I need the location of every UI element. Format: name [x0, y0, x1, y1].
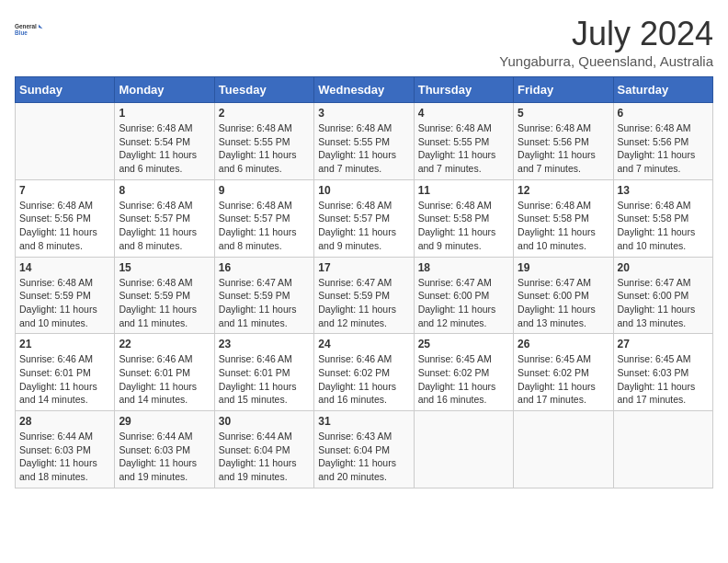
calendar-cell: 29Sunrise: 6:44 AMSunset: 6:03 PMDayligh…	[115, 411, 214, 488]
day-info: Sunrise: 6:46 AMSunset: 6:01 PMDaylight:…	[19, 352, 110, 407]
calendar-week-row: 7Sunrise: 6:48 AMSunset: 5:56 PMDaylight…	[16, 179, 713, 257]
calendar-cell	[16, 103, 115, 180]
calendar-cell	[414, 411, 513, 488]
weekday-header: Thursday	[414, 77, 513, 103]
day-info: Sunrise: 6:48 AMSunset: 5:59 PMDaylight:…	[19, 276, 110, 330]
location-title: Yungaburra, Queensland, Australia	[499, 53, 713, 69]
calendar-cell: 15Sunrise: 6:48 AMSunset: 5:59 PMDayligh…	[115, 257, 214, 334]
calendar-cell: 31Sunrise: 6:43 AMSunset: 6:04 PMDayligh…	[314, 411, 414, 488]
day-number: 13	[618, 184, 709, 197]
day-number: 24	[318, 338, 409, 350]
day-number: 31	[318, 415, 409, 428]
weekday-header: Saturday	[613, 77, 712, 103]
day-number: 27	[618, 338, 709, 350]
day-number: 20	[618, 261, 709, 274]
day-number: 10	[318, 184, 409, 197]
calendar-cell: 12Sunrise: 6:48 AMSunset: 5:58 PMDayligh…	[514, 179, 613, 257]
day-info: Sunrise: 6:48 AMSunset: 5:56 PMDaylight:…	[518, 121, 609, 176]
day-info: Sunrise: 6:46 AMSunset: 6:01 PMDaylight:…	[119, 352, 210, 407]
calendar-cell	[514, 411, 613, 488]
logo: GeneralBlue	[15, 15, 44, 44]
calendar-cell: 3Sunrise: 6:48 AMSunset: 5:55 PMDaylight…	[314, 103, 414, 180]
calendar-cell: 13Sunrise: 6:48 AMSunset: 5:58 PMDayligh…	[613, 179, 712, 257]
day-info: Sunrise: 6:44 AMSunset: 6:04 PMDaylight:…	[219, 430, 310, 484]
day-number: 1	[119, 107, 210, 120]
calendar-week-row: 28Sunrise: 6:44 AMSunset: 6:03 PMDayligh…	[16, 411, 713, 488]
day-info: Sunrise: 6:47 AMSunset: 6:00 PMDaylight:…	[518, 276, 609, 330]
day-number: 14	[19, 261, 110, 274]
day-info: Sunrise: 6:48 AMSunset: 5:58 PMDaylight:…	[618, 199, 709, 253]
day-number: 8	[119, 184, 210, 197]
day-info: Sunrise: 6:47 AMSunset: 6:00 PMDaylight:…	[618, 276, 709, 330]
calendar-cell: 9Sunrise: 6:48 AMSunset: 5:57 PMDaylight…	[214, 179, 313, 257]
day-number: 19	[518, 261, 609, 274]
weekday-header: Sunday	[16, 77, 115, 103]
day-number: 11	[418, 184, 509, 197]
day-number: 23	[219, 338, 310, 350]
day-number: 6	[618, 107, 709, 120]
day-number: 4	[418, 107, 509, 120]
day-number: 12	[518, 184, 609, 197]
day-number: 29	[119, 415, 210, 428]
calendar-cell: 5Sunrise: 6:48 AMSunset: 5:56 PMDaylight…	[514, 103, 613, 180]
day-info: Sunrise: 6:48 AMSunset: 5:54 PMDaylight:…	[119, 121, 210, 176]
calendar-cell	[613, 411, 712, 488]
day-info: Sunrise: 6:48 AMSunset: 5:57 PMDaylight:…	[219, 199, 310, 253]
logo-icon: GeneralBlue	[15, 15, 44, 44]
calendar-cell: 10Sunrise: 6:48 AMSunset: 5:57 PMDayligh…	[314, 179, 414, 257]
day-number: 25	[418, 338, 509, 350]
calendar-cell: 18Sunrise: 6:47 AMSunset: 6:00 PMDayligh…	[414, 257, 513, 334]
day-number: 17	[318, 261, 409, 274]
calendar-week-row: 1Sunrise: 6:48 AMSunset: 5:54 PMDaylight…	[16, 103, 713, 180]
weekday-header: Monday	[115, 77, 214, 103]
day-number: 16	[219, 261, 310, 274]
calendar-cell: 20Sunrise: 6:47 AMSunset: 6:00 PMDayligh…	[613, 257, 712, 334]
calendar-cell: 8Sunrise: 6:48 AMSunset: 5:57 PMDaylight…	[115, 179, 214, 257]
day-info: Sunrise: 6:48 AMSunset: 5:56 PMDaylight:…	[618, 121, 709, 176]
day-number: 5	[518, 107, 609, 120]
day-number: 28	[19, 415, 110, 428]
day-info: Sunrise: 6:48 AMSunset: 5:59 PMDaylight:…	[119, 276, 210, 330]
calendar-week-row: 21Sunrise: 6:46 AMSunset: 6:01 PMDayligh…	[16, 334, 713, 411]
calendar-cell: 1Sunrise: 6:48 AMSunset: 5:54 PMDaylight…	[115, 103, 214, 180]
day-number: 3	[318, 107, 409, 120]
day-info: Sunrise: 6:44 AMSunset: 6:03 PMDaylight:…	[19, 430, 110, 484]
page-header: GeneralBlue July 2024 Yungaburra, Queens…	[15, 15, 713, 69]
day-info: Sunrise: 6:48 AMSunset: 5:55 PMDaylight:…	[418, 121, 509, 176]
day-number: 2	[219, 107, 310, 120]
calendar-cell: 22Sunrise: 6:46 AMSunset: 6:01 PMDayligh…	[115, 334, 214, 411]
calendar-cell: 30Sunrise: 6:44 AMSunset: 6:04 PMDayligh…	[214, 411, 313, 488]
weekday-header: Wednesday	[314, 77, 414, 103]
weekday-header: Friday	[514, 77, 613, 103]
calendar-cell: 27Sunrise: 6:45 AMSunset: 6:03 PMDayligh…	[613, 334, 712, 411]
calendar-cell: 26Sunrise: 6:45 AMSunset: 6:02 PMDayligh…	[514, 334, 613, 411]
calendar-cell: 4Sunrise: 6:48 AMSunset: 5:55 PMDaylight…	[414, 103, 513, 180]
day-info: Sunrise: 6:48 AMSunset: 5:58 PMDaylight:…	[418, 199, 509, 253]
day-info: Sunrise: 6:48 AMSunset: 5:55 PMDaylight:…	[318, 121, 409, 176]
day-number: 21	[19, 338, 110, 350]
day-info: Sunrise: 6:43 AMSunset: 6:04 PMDaylight:…	[318, 430, 409, 484]
month-title: July 2024	[499, 15, 713, 53]
title-block: July 2024 Yungaburra, Queensland, Austra…	[499, 15, 713, 69]
calendar-cell: 21Sunrise: 6:46 AMSunset: 6:01 PMDayligh…	[16, 334, 115, 411]
day-info: Sunrise: 6:46 AMSunset: 6:01 PMDaylight:…	[219, 352, 310, 407]
calendar-cell: 14Sunrise: 6:48 AMSunset: 5:59 PMDayligh…	[16, 257, 115, 334]
weekday-header: Tuesday	[214, 77, 313, 103]
day-info: Sunrise: 6:45 AMSunset: 6:02 PMDaylight:…	[418, 352, 509, 407]
day-number: 7	[19, 184, 110, 197]
svg-text:General: General	[15, 23, 37, 29]
calendar-cell: 11Sunrise: 6:48 AMSunset: 5:58 PMDayligh…	[414, 179, 513, 257]
day-info: Sunrise: 6:44 AMSunset: 6:03 PMDaylight:…	[119, 430, 210, 484]
day-number: 26	[518, 338, 609, 350]
day-number: 22	[119, 338, 210, 350]
day-info: Sunrise: 6:48 AMSunset: 5:58 PMDaylight:…	[518, 199, 609, 253]
calendar-cell: 24Sunrise: 6:46 AMSunset: 6:02 PMDayligh…	[314, 334, 414, 411]
day-number: 9	[219, 184, 310, 197]
day-info: Sunrise: 6:45 AMSunset: 6:03 PMDaylight:…	[618, 352, 709, 407]
svg-marker-2	[39, 24, 42, 29]
day-info: Sunrise: 6:48 AMSunset: 5:57 PMDaylight:…	[119, 199, 210, 253]
calendar-cell: 19Sunrise: 6:47 AMSunset: 6:00 PMDayligh…	[514, 257, 613, 334]
calendar-cell: 2Sunrise: 6:48 AMSunset: 5:55 PMDaylight…	[214, 103, 313, 180]
day-info: Sunrise: 6:48 AMSunset: 5:55 PMDaylight:…	[219, 121, 310, 176]
calendar-cell: 23Sunrise: 6:46 AMSunset: 6:01 PMDayligh…	[214, 334, 313, 411]
